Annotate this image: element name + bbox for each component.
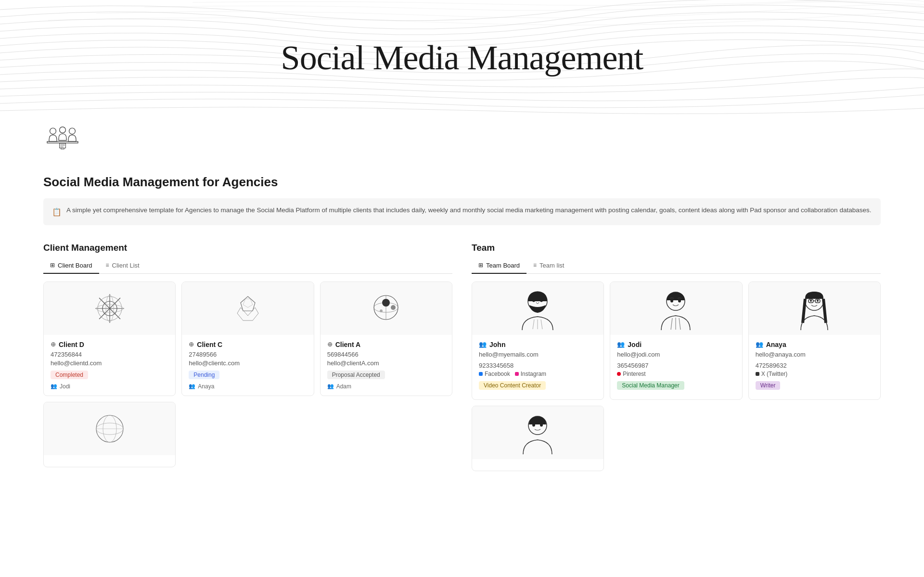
client-card-c[interactable]: ⊕ Client C 27489566 hello@clientc.com Pe…	[181, 282, 314, 396]
svg-point-38	[670, 299, 673, 302]
team-section-title: Team	[472, 243, 881, 253]
team-extra-body	[472, 459, 603, 471]
team-card-jodi[interactable]: 👥 Jodi hello@jodi.com 365456987 Pinteres…	[610, 282, 742, 400]
client-c-assignee: 👥 Anaya	[189, 383, 307, 390]
hero-title: Social Media Management	[281, 38, 643, 78]
anaya-socials: X (Twitter)	[756, 371, 873, 377]
svg-point-50	[532, 423, 535, 426]
client-c-body: ⊕ Client C 27489566 hello@clientc.com Pe…	[182, 335, 313, 396]
svg-line-34	[533, 320, 534, 329]
description-block: 📋 A simple yet comprehensive template fo…	[43, 198, 881, 225]
client-c-image	[182, 282, 313, 335]
john-phone: 9233345658	[479, 362, 597, 369]
svg-point-26	[380, 309, 383, 312]
client-d-icon: ⊕	[51, 341, 56, 348]
twitter-icon	[756, 372, 759, 376]
client-a-name: ⊕ Client A	[327, 341, 445, 348]
svg-marker-18	[241, 296, 255, 311]
client-a-icon: ⊕	[327, 341, 333, 348]
jodi-phone: 365456987	[617, 362, 735, 369]
jodi-role: Social Media Manager	[617, 381, 684, 390]
client-tabs: ⊞ Client Board ≡ Client List	[43, 259, 452, 274]
client-a-status: Proposal Accepted	[327, 371, 385, 379]
client-c-name: ⊕ Client C	[189, 341, 307, 348]
jodi-image	[610, 282, 742, 335]
svg-point-39	[678, 299, 681, 302]
client-card-a[interactable]: ⊕ Client A 569844566 hello@clientA.com P…	[320, 282, 452, 396]
team-illustration	[43, 120, 82, 159]
anaya-image	[749, 282, 880, 335]
jodi-icon: 👥	[617, 341, 625, 348]
john-facebook: Facebook	[479, 371, 510, 377]
svg-point-3	[69, 128, 76, 134]
desc-icon: 📋	[52, 206, 62, 218]
facebook-icon	[479, 372, 483, 376]
svg-rect-6	[61, 148, 64, 149]
svg-marker-19	[237, 308, 258, 321]
assignee-icon: 👥	[51, 383, 57, 389]
anaya-body: 👥 Anaya hello@anaya.com 472589632 X (Twi…	[749, 335, 880, 399]
client-d-image	[44, 282, 175, 335]
team-tabs: ⊞ Team Board ≡ Team list	[472, 259, 881, 274]
svg-point-48	[817, 300, 819, 302]
client-card-d[interactable]: ⊕ Client D 472356844 hello@clientd.com C…	[43, 282, 176, 396]
tab-client-list[interactable]: ≡ Client List	[99, 259, 146, 274]
anaya-twitter: X (Twitter)	[756, 371, 788, 377]
svg-point-33	[540, 298, 543, 302]
client-d-phone: 472356844	[51, 351, 168, 358]
tab-team-board[interactable]: ⊞ Team Board	[472, 259, 526, 274]
jodi-socials: Pinterest	[617, 371, 735, 377]
two-column-layout: Client Management ⊞ Client Board ≡ Clien…	[43, 243, 881, 471]
client-d-email: hello@clientd.com	[51, 359, 168, 367]
svg-line-36	[541, 320, 542, 329]
team-section: Team ⊞ Team Board ≡ Team list	[472, 243, 881, 471]
anaya-role: Writer	[756, 381, 781, 390]
client-section-title: Client Management	[43, 243, 452, 253]
team-extra-image	[472, 406, 603, 459]
svg-point-32	[532, 298, 535, 302]
team-board-icon: ⊞	[478, 262, 483, 269]
svg-point-2	[60, 127, 66, 133]
jodi-name: 👥 Jodi	[617, 341, 735, 348]
svg-point-1	[50, 128, 56, 134]
john-email: hello@myemails.com	[479, 351, 597, 358]
pinterest-icon	[617, 372, 621, 376]
svg-rect-4	[47, 141, 78, 143]
team-cards-grid: 👥 John hello@myemails.com 9233345658 Fac…	[472, 282, 881, 471]
john-body: 👥 John hello@myemails.com 9233345658 Fac…	[472, 335, 603, 399]
client-management-section: Client Management ⊞ Client Board ≡ Clien…	[43, 243, 452, 471]
team-card-anaya[interactable]: 👥 Anaya hello@anaya.com 472589632 X (Twi…	[748, 282, 881, 400]
client-list-label: Client List	[112, 262, 140, 269]
team-card-john[interactable]: 👥 John hello@myemails.com 9233345658 Fac…	[472, 282, 604, 400]
anaya-icon: 👥	[756, 341, 763, 348]
description-text: A simple yet comprehensive template for …	[66, 205, 871, 216]
instagram-icon	[515, 372, 519, 376]
client-a-body: ⊕ Client A 569844566 hello@clientA.com P…	[321, 335, 452, 396]
client-card-extra[interactable]	[43, 402, 176, 467]
assignee-icon-2: 👥	[189, 383, 195, 389]
john-socials: Facebook Instagram	[479, 371, 597, 377]
team-list-label: Team list	[539, 262, 564, 269]
client-cards-grid: ⊕ Client D 472356844 hello@clientd.com C…	[43, 282, 452, 467]
svg-point-25	[391, 305, 396, 310]
svg-point-24	[382, 299, 390, 307]
tab-client-board[interactable]: ⊞ Client Board	[43, 259, 99, 274]
jodi-email: hello@jodi.com	[617, 351, 735, 358]
svg-line-42	[679, 318, 680, 330]
john-instagram: Instagram	[515, 371, 546, 377]
hero-section: Social Media Management	[0, 0, 924, 115]
svg-point-51	[540, 423, 543, 426]
client-a-assignee: 👥 Adam	[327, 383, 445, 390]
client-extra-image	[44, 402, 175, 455]
client-c-phone: 27489566	[189, 351, 307, 358]
anaya-email: hello@anaya.com	[756, 351, 873, 358]
client-a-email: hello@clientA.com	[327, 359, 445, 367]
tab-team-list[interactable]: ≡ Team list	[526, 259, 571, 274]
jodi-pinterest: Pinterest	[617, 371, 645, 377]
client-board-icon: ⊞	[50, 262, 55, 269]
team-list-icon: ≡	[533, 262, 537, 269]
john-icon: 👥	[479, 341, 487, 348]
team-card-extra[interactable]	[472, 406, 604, 471]
client-c-icon: ⊕	[189, 341, 194, 348]
svg-point-47	[810, 300, 812, 302]
